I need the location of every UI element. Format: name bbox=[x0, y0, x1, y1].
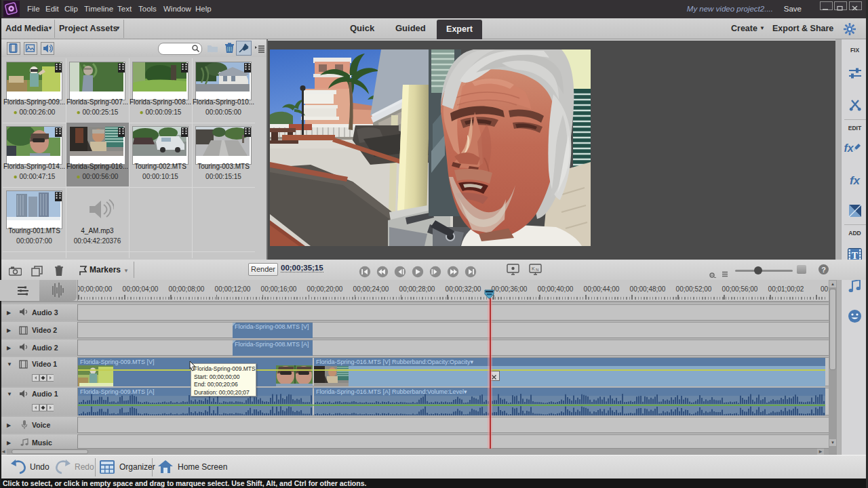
svg-text:K: K bbox=[532, 266, 535, 271]
svg-text:?: ? bbox=[821, 266, 826, 274]
svg-text:N: N bbox=[536, 268, 538, 272]
